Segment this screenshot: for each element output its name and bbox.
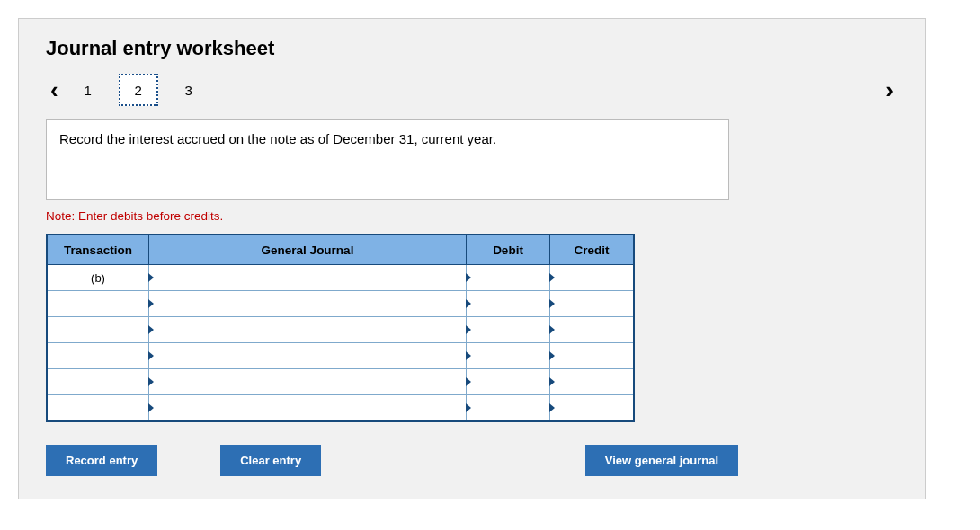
- journal-table: Transaction General Journal Debit Credit…: [46, 234, 635, 422]
- table-row: [47, 369, 634, 395]
- table-row: (b): [47, 265, 634, 291]
- note-text: Note: Enter debits before credits.: [46, 209, 898, 223]
- button-row: Record entry Clear entry View general jo…: [46, 445, 738, 476]
- cell-gj[interactable]: [149, 369, 467, 395]
- cell-transaction[interactable]: [47, 369, 149, 395]
- worksheet-panel: Journal entry worksheet ‹ 1 2 3 › Record…: [18, 18, 926, 499]
- page-title: Journal entry worksheet: [46, 37, 898, 60]
- cell-gj[interactable]: [149, 317, 467, 343]
- table-row: [47, 395, 634, 422]
- th-general-journal: General Journal: [149, 234, 467, 265]
- clear-entry-button[interactable]: Clear entry: [220, 445, 321, 476]
- cell-debit[interactable]: [467, 291, 550, 317]
- cell-transaction[interactable]: [47, 317, 149, 343]
- cell-transaction[interactable]: [47, 343, 149, 369]
- cell-debit[interactable]: [467, 265, 550, 291]
- table-row: [47, 317, 634, 343]
- cell-gj[interactable]: [149, 395, 467, 422]
- instruction-text: Record the interest accrued on the note …: [59, 131, 496, 146]
- step-2[interactable]: 2: [119, 74, 158, 106]
- table-row: [47, 291, 634, 317]
- cell-debit[interactable]: [467, 395, 550, 422]
- next-arrow[interactable]: ›: [881, 76, 898, 104]
- table-row: [47, 343, 634, 369]
- th-transaction: Transaction: [47, 234, 149, 265]
- cell-gj[interactable]: [149, 343, 467, 369]
- record-entry-button[interactable]: Record entry: [46, 445, 157, 476]
- prev-arrow[interactable]: ‹: [46, 76, 63, 104]
- step-nav: ‹ 1 2 3 ›: [46, 74, 898, 106]
- cell-credit[interactable]: [550, 395, 635, 422]
- instruction-box: Record the interest accrued on the note …: [46, 119, 729, 200]
- cell-credit[interactable]: [550, 291, 635, 317]
- cell-transaction[interactable]: [47, 291, 149, 317]
- cell-debit[interactable]: [467, 369, 550, 395]
- journal-body: (b): [47, 265, 634, 422]
- cell-credit[interactable]: [550, 317, 635, 343]
- view-general-journal-button[interactable]: View general journal: [585, 445, 738, 476]
- cell-gj[interactable]: [149, 291, 467, 317]
- cell-transaction[interactable]: [47, 395, 149, 422]
- cell-debit[interactable]: [467, 317, 550, 343]
- step-3[interactable]: 3: [169, 74, 209, 106]
- cell-credit[interactable]: [550, 265, 635, 291]
- cell-credit[interactable]: [550, 369, 635, 395]
- th-debit: Debit: [467, 234, 550, 265]
- cell-gj[interactable]: [149, 265, 467, 291]
- cell-credit[interactable]: [550, 343, 635, 369]
- cell-debit[interactable]: [467, 343, 550, 369]
- cell-transaction[interactable]: (b): [47, 265, 149, 291]
- th-credit: Credit: [550, 234, 635, 265]
- step-1[interactable]: 1: [68, 74, 108, 106]
